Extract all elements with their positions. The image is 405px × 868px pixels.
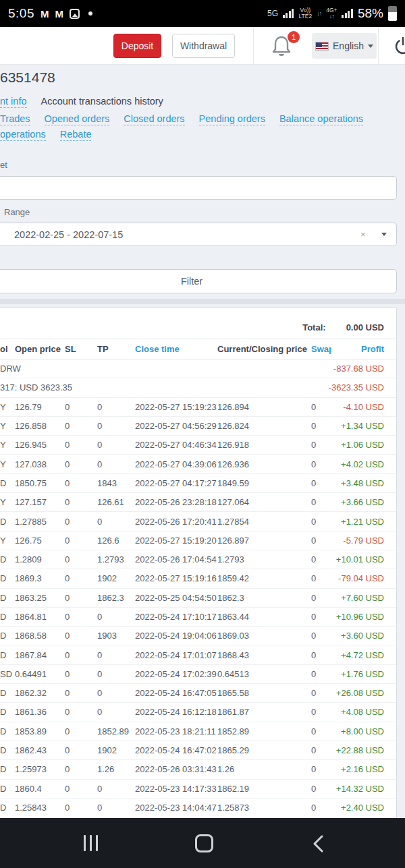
nav-row-3: operationsRebate: [0, 129, 91, 141]
logout-button[interactable]: [394, 36, 405, 58]
table-cell: 0: [97, 707, 135, 717]
table-cell: 0: [97, 669, 135, 679]
table-cell: Y: [0, 459, 15, 469]
table-cell: 0: [65, 536, 97, 546]
nav-link[interactable]: Balance operations: [279, 113, 363, 125]
table-cell: 2022-05-26 03:31:43: [135, 764, 217, 774]
table-cell: Y: [0, 536, 15, 546]
gallery-icon: [70, 9, 80, 19]
ticket-input[interactable]: [0, 176, 397, 200]
app-header: Deposit Withdrawal 1 English: [0, 27, 405, 65]
table-cell: 0: [65, 688, 97, 698]
table-cell: 0: [311, 784, 331, 794]
table-cell: 0: [65, 784, 97, 794]
nav-link[interactable]: Closed orders: [124, 113, 184, 125]
table-cell: 1849.59: [217, 478, 311, 488]
table-cell: +3.66 USD: [331, 497, 396, 507]
status-bar: 5:05 M M 5G Vo)) LTE2 ↓↑ 4G+ ↓↑ 58%: [0, 0, 405, 27]
table-cell: 1861.36: [15, 707, 65, 717]
table-cell: 0: [65, 421, 97, 431]
table-cell: 1865.58: [217, 688, 311, 698]
table-cell: 1862.43: [15, 745, 65, 755]
lte-indicator: 4G+ ↓↑: [326, 7, 337, 20]
total-value: 0.00 USD: [346, 322, 384, 332]
sortable-column-header[interactable]: Profit: [331, 344, 396, 354]
table-cell: 1850.75: [15, 478, 65, 488]
table-cell: Y: [0, 497, 15, 507]
filter-button[interactable]: Filter: [0, 269, 397, 293]
table-cell: 1859.42: [217, 573, 311, 583]
language-selector[interactable]: English: [312, 33, 377, 59]
clear-range-icon[interactable]: ×: [360, 229, 366, 239]
table-cell: 2022-05-26 17:04:54: [135, 554, 217, 565]
table-cell: 1862.19: [217, 784, 311, 794]
table-row: D1868.58019032022-05-24 19:04:061869.030…: [0, 627, 396, 645]
notifications-bell-button[interactable]: 1: [270, 34, 297, 59]
table-cell: 1902: [97, 573, 135, 583]
range-label: Range: [4, 207, 30, 217]
table-cell: 1902: [97, 745, 135, 755]
home-button[interactable]: [195, 834, 213, 852]
nav-link[interactable]: operations: [0, 129, 46, 141]
battery-icon: [388, 6, 397, 21]
nav-current-page: Account transactions history: [41, 96, 163, 108]
table-cell: +2.16 USD: [331, 764, 396, 774]
table-cell: 0: [311, 612, 331, 622]
table-cell: D: [0, 707, 15, 717]
table-cell: 0: [311, 688, 331, 698]
table-cell: 2022-05-27 15:19:20: [135, 536, 217, 546]
table-row: Y126.79002022-05-27 15:19:23126.8940-4.1…: [0, 398, 396, 417]
recents-button[interactable]: [84, 835, 98, 851]
table-cell: 0: [97, 784, 135, 794]
table-cell: D: [0, 784, 15, 794]
signal-bars-icon: [342, 9, 353, 18]
table-cell: D: [0, 688, 15, 698]
gmail-icon: M: [55, 8, 63, 20]
table-cell: 1867.84: [15, 650, 65, 660]
table-cell: 0: [65, 554, 97, 565]
chevron-down-icon: [368, 45, 373, 48]
deposit-button[interactable]: Deposit: [113, 34, 161, 58]
nav-link[interactable]: nt info: [0, 96, 27, 108]
nav-link[interactable]: Trades: [0, 113, 30, 125]
notification-dot-icon: [88, 11, 92, 16]
clock: 5:05: [8, 6, 34, 21]
section-divider: [0, 299, 405, 304]
table-row: Y127.1570126.612022-05-26 23:28:18127.06…: [0, 493, 396, 512]
table-cell: 1.25973: [15, 764, 65, 774]
table-cell: 0: [65, 440, 97, 450]
table-cell: 2022-05-24 19:04:06: [135, 631, 217, 641]
table-cell: 0: [311, 497, 331, 507]
table-cell: 0: [65, 517, 97, 527]
table-cell: 2022-05-24 16:47:02: [135, 745, 217, 755]
back-button[interactable]: [312, 835, 324, 855]
column-header: TP: [97, 344, 135, 354]
nav-link[interactable]: Opened orders: [45, 113, 110, 125]
table-cell: 1860.4: [15, 784, 65, 794]
range-dropdown-icon[interactable]: [381, 233, 387, 236]
notification-badge: 1: [288, 31, 300, 43]
table-cell: 0: [65, 631, 97, 641]
table-cell: Y: [0, 402, 15, 412]
sortable-column-header[interactable]: Close time: [135, 344, 217, 354]
table-cell: 0: [65, 707, 97, 717]
table-cell: 0: [65, 478, 97, 488]
table-row: D1864.81002022-05-24 17:10:171863.440+10…: [0, 608, 396, 627]
nav-link[interactable]: Rebate: [60, 129, 92, 141]
sortable-column-header[interactable]: Swap: [311, 344, 331, 354]
table-cell: 0: [311, 764, 331, 774]
volte-indicator: Vo)) LTE2: [298, 7, 312, 20]
table-summary-rows: DRW-837.68 USD317: USD 3623.35-3623.35 U…: [0, 359, 396, 398]
date-range-input[interactable]: [0, 223, 397, 246]
divider: [253, 27, 254, 64]
nav-link[interactable]: Pending orders: [199, 113, 265, 125]
table-cell: +8.00 USD: [331, 726, 396, 736]
table-cell: 1862.3: [97, 593, 135, 603]
withdrawal-button[interactable]: Withdrawal: [172, 34, 235, 58]
table-cell: 126.824: [217, 421, 311, 431]
divider: [378, 27, 379, 64]
table-cell: Y: [0, 421, 15, 431]
table-cell: 2022-05-24 17:01:07: [135, 650, 217, 660]
signal-bars-icon: [283, 9, 294, 18]
table-cell: 1.25843: [15, 803, 65, 813]
